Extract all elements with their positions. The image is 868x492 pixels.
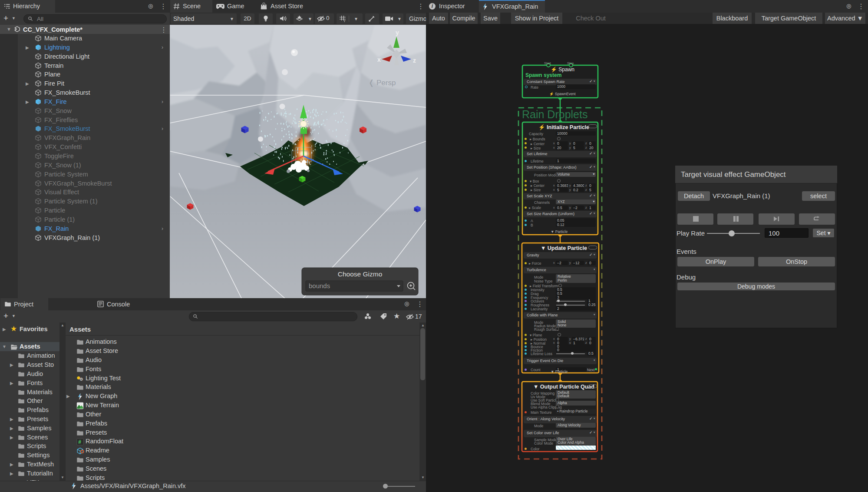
svg-text:Y: Y: [343, 20, 346, 23]
svg-text:y: y: [396, 29, 399, 36]
svg-text:#: #: [78, 439, 81, 445]
svg-text:Choose Gizmo: Choose Gizmo: [338, 270, 383, 278]
svg-text:bounds: bounds: [309, 282, 330, 289]
svg-text:x: x: [377, 56, 381, 63]
svg-text:❬ Persp: ❬ Persp: [368, 79, 396, 87]
svg-text:z: z: [413, 57, 416, 64]
